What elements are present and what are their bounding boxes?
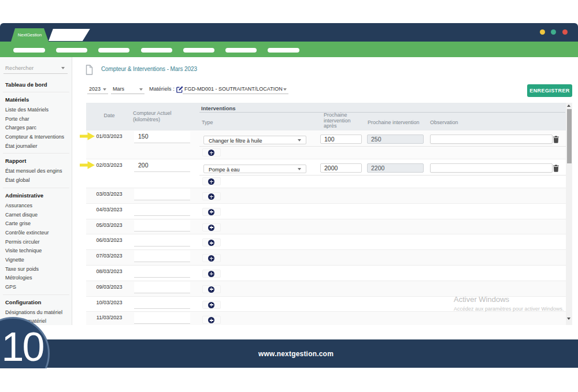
add-intervention-button[interactable] bbox=[202, 223, 221, 232]
delete-icon[interactable] bbox=[553, 135, 561, 143]
windows-watermark-title: Activer Windows bbox=[454, 295, 509, 304]
sidebar-item[interactable]: État journalier bbox=[0, 142, 72, 151]
sidebar-item[interactable]: Matériels bbox=[0, 95, 72, 104]
add-intervention-button[interactable] bbox=[202, 177, 221, 185]
add-intervention-button[interactable] bbox=[202, 148, 221, 156]
table-row: 03/03/2023 bbox=[86, 188, 572, 204]
sidebar-item[interactable]: Porte char bbox=[0, 115, 72, 124]
sidebar-item[interactable]: Carte grise bbox=[0, 219, 72, 229]
counter-input[interactable] bbox=[134, 220, 190, 232]
counter-input[interactable] bbox=[134, 297, 190, 309]
sidebar-item-label: Compteur & Interventions bbox=[5, 134, 64, 140]
sidebar-item[interactable]: Visite technique bbox=[0, 247, 72, 256]
sidebar-item[interactable]: Types du matériel bbox=[0, 317, 72, 325]
sidebar-item[interactable]: Vignette bbox=[0, 256, 72, 265]
sidebar-item[interactable] bbox=[3, 188, 69, 188]
type-select[interactable]: Changer le filtre à huile bbox=[203, 136, 306, 144]
plus-icon bbox=[208, 150, 214, 156]
next-intervention-input bbox=[367, 163, 424, 173]
add-intervention-button[interactable] bbox=[202, 238, 221, 247]
counter-input[interactable] bbox=[134, 312, 190, 324]
nav-pill[interactable] bbox=[56, 48, 87, 53]
sidebar-item[interactable]: État global bbox=[0, 176, 72, 185]
nav-pill[interactable] bbox=[141, 48, 172, 53]
add-intervention-button[interactable] bbox=[202, 270, 221, 278]
sidebar-item[interactable]: Rapport bbox=[0, 156, 72, 166]
col-header-next-after: Prochaine intervention après bbox=[324, 113, 351, 129]
sidebar-item-label: GPS bbox=[5, 284, 16, 290]
sidebar-item[interactable] bbox=[3, 153, 69, 154]
add-intervention-button[interactable] bbox=[202, 316, 221, 324]
next-after-input[interactable] bbox=[320, 135, 362, 144]
nav-pill[interactable] bbox=[268, 48, 299, 53]
table-row: 02/03/2023 Pompe à eau bbox=[86, 159, 572, 188]
page-icon bbox=[86, 65, 93, 77]
sidebar-item[interactable]: GPS bbox=[0, 283, 72, 292]
save-button[interactable]: ENREGISTRER bbox=[527, 84, 572, 97]
next-after-input[interactable] bbox=[320, 163, 362, 173]
next-intervention-input bbox=[367, 135, 424, 144]
sidebar-item[interactable]: Configuration bbox=[0, 298, 72, 307]
traffic-light-yellow-icon[interactable] bbox=[540, 29, 545, 35]
material-select[interactable]: FGD-MD001 - SOUTRAITANT/LOCATION bbox=[183, 84, 288, 94]
counter-input[interactable] bbox=[134, 251, 190, 262]
sidebar-item-label: Assurances bbox=[5, 203, 32, 208]
counter-input[interactable] bbox=[134, 189, 190, 200]
counter-input[interactable] bbox=[134, 131, 190, 143]
sidebar-item[interactable] bbox=[3, 294, 69, 295]
col-header-type: Type bbox=[202, 120, 213, 125]
table-scrollbar[interactable] bbox=[566, 103, 572, 325]
sidebar-item[interactable]: Contrôle extincteur bbox=[0, 229, 72, 238]
traffic-light-red-icon[interactable] bbox=[562, 29, 568, 35]
counter-input[interactable] bbox=[134, 235, 190, 247]
sidebar-item[interactable]: État mensuel des engins bbox=[0, 167, 72, 176]
counter-input[interactable] bbox=[134, 266, 190, 278]
sidebar-item[interactable]: Métrologies bbox=[0, 274, 72, 283]
counter-input[interactable] bbox=[134, 282, 190, 293]
plus-icon bbox=[208, 317, 214, 323]
scrollbar-thumb[interactable] bbox=[567, 109, 572, 163]
ghost-tab[interactable] bbox=[47, 29, 91, 41]
row-date: 03/03/2023 bbox=[86, 191, 132, 197]
sidebar-item[interactable]: Liste des Matériels bbox=[0, 106, 72, 115]
sidebar-item[interactable]: Administrative bbox=[0, 191, 72, 200]
year-select[interactable]: 2023 bbox=[87, 84, 108, 94]
slide-page: NextGestion Rechercher Tableau de b bbox=[0, 0, 578, 392]
row-date: 04/03/2023 bbox=[86, 207, 132, 212]
counter-input[interactable] bbox=[134, 160, 190, 172]
brand-tab[interactable]: NextGestion bbox=[11, 28, 49, 42]
counter-input[interactable] bbox=[134, 204, 190, 216]
sidebar-item[interactable]: Charges parc bbox=[0, 124, 72, 133]
nav-pill[interactable] bbox=[98, 48, 129, 53]
observation-input[interactable] bbox=[430, 163, 553, 173]
row-date: 06/03/2023 bbox=[86, 237, 132, 243]
plus-icon bbox=[208, 271, 214, 277]
sidebar-item[interactable]: Taxe sur poids bbox=[0, 265, 72, 274]
search-select[interactable]: Rechercher bbox=[3, 64, 68, 74]
sidebar-item[interactable]: Assurances bbox=[0, 201, 72, 211]
add-intervention-button[interactable] bbox=[202, 301, 221, 309]
delete-icon[interactable] bbox=[553, 164, 561, 171]
sidebar-item[interactable]: Permis circuler bbox=[0, 238, 72, 247]
add-intervention-button[interactable] bbox=[202, 192, 221, 200]
sidebar-item[interactable]: Compteur & Interventions bbox=[0, 133, 72, 142]
add-intervention-button[interactable] bbox=[202, 208, 221, 216]
add-intervention-button[interactable] bbox=[202, 254, 221, 262]
sidebar-item[interactable]: Tableau de bord bbox=[0, 80, 72, 89]
scroll-up-icon[interactable] bbox=[567, 104, 570, 107]
col-header-date: Date bbox=[86, 113, 132, 118]
nav-pill[interactable] bbox=[225, 48, 257, 53]
traffic-light-green-icon[interactable] bbox=[551, 29, 556, 35]
sidebar-item[interactable]: Désignations du matériel bbox=[0, 308, 72, 318]
type-select[interactable]: Pompe à eau bbox=[203, 165, 306, 173]
month-select[interactable]: Mars bbox=[111, 84, 144, 94]
nav-pill[interactable] bbox=[183, 48, 214, 53]
observation-input[interactable] bbox=[430, 135, 553, 144]
sidebar-item-label: Taxe sur poids bbox=[5, 266, 39, 272]
add-intervention-button[interactable] bbox=[202, 285, 221, 293]
material-value: FGD-MD001 - SOUTRAITANT/LOCATION bbox=[184, 86, 283, 92]
sidebar-item[interactable] bbox=[3, 92, 69, 92]
nav-pill[interactable] bbox=[13, 48, 45, 53]
scroll-down-icon[interactable] bbox=[567, 318, 570, 320]
sidebar-item[interactable]: Carnet disque bbox=[0, 211, 72, 220]
